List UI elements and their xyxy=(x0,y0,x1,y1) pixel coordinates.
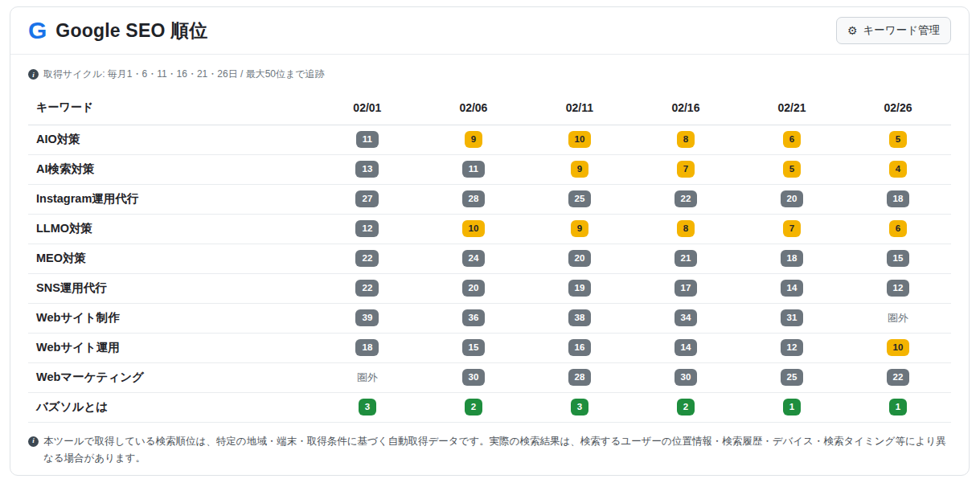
rank-cell: 17 xyxy=(633,273,739,303)
rank-table-head: キーワード02/0102/0602/1102/1602/2102/26 xyxy=(28,91,951,125)
title-wrap: G Google SEO 順位 xyxy=(28,18,208,43)
rank-cell: 1 xyxy=(845,392,951,422)
date-column-header: 02/01 xyxy=(314,91,420,125)
keyword-manage-label: キーワード管理 xyxy=(863,23,940,38)
rank-badge: 30 xyxy=(675,369,698,386)
rank-badge: 8 xyxy=(677,220,695,237)
rank-badge: 8 xyxy=(677,131,695,148)
rank-badge: 3 xyxy=(359,399,376,415)
rank-cell: 12 xyxy=(845,273,951,303)
gear-icon: ⚙ xyxy=(847,25,858,36)
disclaimer-text: 本ツールで取得している検索順位は、特定の地域・端末・取得条件に基づく自動取得デー… xyxy=(43,433,951,469)
rank-cell: 30 xyxy=(633,362,739,392)
rank-badge: 22 xyxy=(355,280,379,297)
info-icon: i xyxy=(28,436,39,447)
out-of-range-label: 圏外 xyxy=(357,371,378,383)
rank-cell: 31 xyxy=(739,303,845,333)
rank-cell: 2 xyxy=(633,392,739,422)
rank-badge: 9 xyxy=(571,220,588,237)
rank-badge: 36 xyxy=(462,309,486,326)
rank-badge: 38 xyxy=(568,309,592,326)
rank-cell: 9 xyxy=(527,154,633,184)
rank-badge: 10 xyxy=(462,220,486,237)
rank-cell: 6 xyxy=(739,125,845,154)
rank-badge: 30 xyxy=(462,369,486,386)
rank-cell: 22 xyxy=(845,362,951,392)
keyword-cell: Webサイト運用 xyxy=(28,333,314,362)
rank-badge: 14 xyxy=(675,339,698,356)
rank-cell: 15 xyxy=(420,333,527,362)
rank-cell: 圏外 xyxy=(314,362,420,392)
rank-cell: 20 xyxy=(420,273,527,303)
rank-badge: 20 xyxy=(781,190,804,207)
keyword-cell: Webサイト制作 xyxy=(28,303,314,333)
rank-cell: 22 xyxy=(314,273,420,303)
rank-badge: 25 xyxy=(568,190,592,207)
rank-cell: 16 xyxy=(527,333,633,362)
keyword-manage-button[interactable]: ⚙ キーワード管理 xyxy=(836,17,951,44)
rank-badge: 2 xyxy=(465,399,482,415)
rank-badge: 22 xyxy=(887,369,910,386)
rank-cell: 9 xyxy=(527,214,633,244)
rank-cell: 18 xyxy=(845,184,951,214)
rank-cell: 34 xyxy=(633,303,739,333)
rank-cell: 24 xyxy=(420,244,527,273)
rank-cell: 13 xyxy=(314,154,420,184)
rank-cell: 27 xyxy=(314,184,420,214)
rank-badge: 18 xyxy=(355,339,379,356)
keyword-cell: Instagram運用代行 xyxy=(28,184,314,214)
rank-table-body: AIO対策11910865AI検索対策13119754Instagram運用代行… xyxy=(28,125,951,422)
table-row: AIO対策11910865 xyxy=(28,125,951,154)
table-row: Instagram運用代行272825222018 xyxy=(28,184,951,214)
rank-badge: 18 xyxy=(781,250,804,267)
rank-cell: 36 xyxy=(420,303,527,333)
rank-cell: 8 xyxy=(633,125,739,154)
rank-badge: 14 xyxy=(781,280,804,297)
rank-badge: 7 xyxy=(783,220,801,237)
rank-badge: 6 xyxy=(889,220,907,237)
rank-table: キーワード02/0102/0602/1102/1602/2102/26 AIO対… xyxy=(28,91,951,423)
keyword-cell: バズソルとは xyxy=(28,392,314,422)
rank-badge: 4 xyxy=(889,161,907,178)
rank-cell: 12 xyxy=(739,333,845,362)
keyword-cell: LLMO対策 xyxy=(28,214,314,244)
table-row: LLMO対策12109876 xyxy=(28,214,951,244)
rank-badge: 6 xyxy=(783,131,801,148)
date-column-header: 02/11 xyxy=(527,91,633,125)
rank-badge: 12 xyxy=(355,220,379,237)
rank-cell: 5 xyxy=(739,154,845,184)
rank-cell: 14 xyxy=(633,333,739,362)
date-column-header: 02/06 xyxy=(420,91,527,125)
rank-badge: 21 xyxy=(675,250,698,267)
rank-badge: 18 xyxy=(887,190,910,207)
rank-cell: 2 xyxy=(420,392,527,422)
rank-cell: 11 xyxy=(314,125,420,154)
rank-badge: 9 xyxy=(571,161,588,178)
rank-badge: 12 xyxy=(781,339,804,356)
rank-badge: 13 xyxy=(355,161,379,178)
out-of-range-label: 圏外 xyxy=(888,312,908,324)
seo-rank-card: G Google SEO 順位 ⚙ キーワード管理 i 取得サイクル: 毎月1・… xyxy=(10,6,970,476)
table-row: SNS運用代行222019171412 xyxy=(28,273,951,303)
rank-cell: 39 xyxy=(314,303,420,333)
rank-cell: 25 xyxy=(527,184,633,214)
rank-badge: 11 xyxy=(462,161,485,178)
rank-badge: 28 xyxy=(568,369,592,386)
rank-cell: 11 xyxy=(420,154,527,184)
rank-cell: 6 xyxy=(845,214,951,244)
rank-cell: 4 xyxy=(845,154,951,184)
rank-badge: 16 xyxy=(568,339,592,356)
rank-cell: 7 xyxy=(633,154,739,184)
keyword-cell: AI検索対策 xyxy=(28,154,314,184)
rank-cell: 20 xyxy=(527,244,633,273)
rank-badge: 12 xyxy=(887,280,910,297)
rank-badge: 39 xyxy=(355,309,379,326)
rank-badge: 15 xyxy=(462,339,486,356)
rank-cell: 28 xyxy=(420,184,527,214)
rank-cell: 10 xyxy=(420,214,527,244)
rank-badge: 3 xyxy=(571,399,588,415)
rank-badge: 20 xyxy=(462,280,486,297)
rank-cell: 3 xyxy=(314,392,420,422)
keyword-cell: Webマーケティング xyxy=(28,362,314,392)
rank-badge: 10 xyxy=(568,131,592,148)
